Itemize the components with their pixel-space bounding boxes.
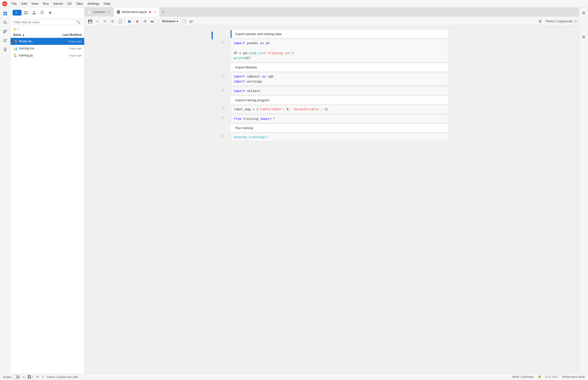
code-token: 'Uncomfortable' bbox=[292, 107, 321, 111]
extensions-icon[interactable] bbox=[1, 46, 9, 54]
run-button[interactable]: ▶ bbox=[126, 18, 133, 25]
close-launcher-tab-button[interactable]: ✕ bbox=[107, 10, 110, 14]
refresh-button[interactable] bbox=[39, 9, 46, 16]
new-folder-button[interactable] bbox=[23, 9, 30, 16]
search-input[interactable] bbox=[14, 21, 76, 24]
cell-bracket: [ ]: bbox=[221, 74, 224, 77]
time-button[interactable]: 🕐 bbox=[181, 18, 188, 25]
search-files-icon[interactable] bbox=[1, 19, 9, 27]
folder-icon: 📁 bbox=[13, 28, 17, 31]
code-line: import pandas as pd bbox=[234, 41, 445, 46]
menu-git[interactable]: Git bbox=[65, 1, 74, 6]
code-cell[interactable]: execute_training() bbox=[231, 133, 448, 141]
code-token: import bbox=[234, 41, 245, 45]
search-icon: 🔍 bbox=[76, 20, 80, 24]
code-token: 'training.csv' bbox=[266, 51, 292, 55]
cell-indicator: [ ]: bbox=[216, 87, 231, 91]
shield-icon: 🔰 bbox=[537, 375, 541, 378]
add-cell-button[interactable]: + bbox=[94, 18, 101, 25]
save-button[interactable]: 💾 bbox=[86, 18, 93, 25]
code-content: import sklearn bbox=[231, 87, 448, 95]
menu-view[interactable]: View bbox=[29, 1, 40, 6]
markdown-content: Import pandas and training data bbox=[231, 30, 448, 38]
kernel-status-icon bbox=[574, 20, 577, 23]
menu-tabs[interactable]: Tabs bbox=[74, 1, 85, 6]
code-token: (df) bbox=[243, 56, 251, 60]
svg-point-5 bbox=[4, 21, 6, 23]
simple-mode-toggle[interactable] bbox=[13, 375, 20, 379]
cut-button[interactable]: ✂ bbox=[102, 18, 109, 25]
markdown-content: Import libraries bbox=[231, 63, 448, 71]
cell-type-select[interactable]: Markdown ▾ bbox=[160, 19, 180, 24]
new-launcher-button[interactable]: + bbox=[13, 10, 22, 16]
code-cell[interactable]: from training import * bbox=[231, 115, 448, 123]
settings-top-button[interactable]: ⚙ bbox=[580, 10, 587, 17]
markdown-content: Import training program bbox=[231, 96, 448, 104]
cell-bracket: [ ]: bbox=[221, 134, 224, 137]
code-token: pandas bbox=[245, 41, 260, 45]
svg-rect-1 bbox=[4, 12, 5, 14]
menu-kernel[interactable]: Kernel bbox=[51, 1, 65, 6]
git-icon-status: ◇ bbox=[42, 375, 44, 378]
launcher-tab-icon: 📄 bbox=[87, 10, 91, 14]
code-content: import pandas as pddf = pd.read_csv('tra… bbox=[231, 39, 448, 62]
code-token: import bbox=[260, 117, 271, 121]
sort-name-button[interactable]: Name ▲ bbox=[13, 33, 57, 37]
code-line: from training import * bbox=[234, 116, 445, 121]
code-token: execute_training() bbox=[234, 135, 268, 139]
position-label: Ln 1, Col 1 bbox=[545, 375, 558, 378]
paste-button[interactable]: 📋 bbox=[117, 18, 124, 25]
cell-indicator bbox=[216, 63, 231, 65]
dropdown-icon: ▾ bbox=[177, 20, 178, 23]
kernel-status-label: Python 3 (ipykernel) | Idle bbox=[47, 375, 78, 378]
cell-indicator: [ ]: bbox=[216, 72, 231, 77]
markdown-cell[interactable]: Run training bbox=[231, 124, 448, 132]
code-cell[interactable]: import sklearn bbox=[231, 87, 448, 95]
menu-help[interactable]: Help bbox=[102, 1, 113, 6]
code-line: import sklearn bbox=[234, 88, 445, 93]
upload-button[interactable] bbox=[31, 9, 38, 16]
git-pull-button[interactable] bbox=[47, 9, 54, 16]
markdown-cell[interactable]: Import libraries bbox=[231, 63, 448, 71]
tab-launcher[interactable]: 📄 Launcher ✕ bbox=[84, 8, 114, 17]
svg-line-6 bbox=[6, 23, 7, 24]
svg-point-8 bbox=[6, 30, 7, 31]
file-item[interactable]: 📓 Model-de... 6 days ago bbox=[11, 38, 84, 45]
code-cell[interactable]: import xgboost as xgbimport warnings bbox=[231, 72, 448, 86]
tab-notebook[interactable]: 📓 Model-demo.ipynb ● ✕ bbox=[114, 8, 160, 17]
status-indicator-1: 🔲 1 bbox=[28, 375, 33, 378]
code-token: print bbox=[234, 56, 243, 60]
svg-rect-4 bbox=[6, 14, 7, 15]
file-item[interactable]: 🐍 training.py 7 days ago bbox=[11, 52, 84, 59]
toc-icon[interactable] bbox=[1, 37, 9, 45]
files-icon[interactable] bbox=[1, 10, 9, 18]
cell-indicator bbox=[216, 30, 231, 32]
notebook-tab-icon: 📓 bbox=[117, 10, 121, 14]
cell-bracket: [ ]: bbox=[221, 107, 224, 110]
git-status-label[interactable]: git bbox=[188, 20, 194, 23]
markdown-cell[interactable]: Import training program bbox=[231, 96, 448, 104]
git-icon[interactable] bbox=[1, 28, 9, 36]
property-inspector-button[interactable]: ⚙ bbox=[580, 34, 587, 41]
file-modified: 7 days ago bbox=[57, 47, 82, 50]
svg-point-7 bbox=[4, 30, 5, 31]
toggle-thumb bbox=[13, 375, 16, 378]
code-cell[interactable]: label_map = {'Comfortable': 0, 'Uncomfor… bbox=[231, 105, 448, 114]
extensions-settings-icon[interactable]: ⚙ bbox=[537, 18, 544, 25]
menu-file[interactable]: File bbox=[10, 1, 19, 6]
close-notebook-tab-button[interactable]: ✕ bbox=[153, 10, 156, 14]
markdown-cell[interactable]: Import pandas and training data bbox=[231, 30, 448, 38]
file-item[interactable]: 📊 training.csv 7 days ago bbox=[11, 45, 84, 52]
menu-run[interactable]: Run bbox=[41, 1, 51, 6]
stop-button[interactable]: ■ bbox=[134, 18, 141, 25]
file-modified: 7 days ago bbox=[57, 54, 82, 57]
fast-forward-button[interactable]: ⏭ bbox=[149, 18, 156, 25]
new-tab-button[interactable]: + bbox=[160, 10, 167, 14]
menu-settings[interactable]: Settings bbox=[85, 1, 101, 6]
code-token: import bbox=[234, 89, 245, 93]
code-cell[interactable]: import pandas as pddf = pd.read_csv('tra… bbox=[231, 39, 448, 62]
copy-button[interactable]: ⎘ bbox=[109, 18, 116, 25]
restart-button[interactable]: ↺ bbox=[141, 18, 148, 25]
svg-rect-3 bbox=[4, 14, 5, 15]
menu-edit[interactable]: Edit bbox=[19, 1, 29, 6]
